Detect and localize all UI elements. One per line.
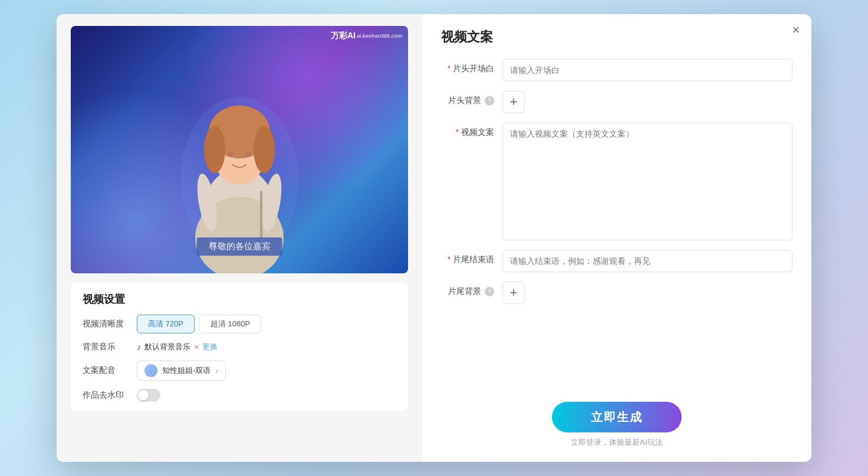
opening-row: 片头开场白 [441,59,793,81]
music-icon: ♪ [137,342,141,352]
opening-input[interactable] [502,59,793,81]
modal: × 万彩AI ai.keehan365.com [57,14,811,462]
voice-selector[interactable]: 知性姐姐-双语 › [137,361,226,381]
svg-point-8 [228,152,234,157]
header-bg-label: 片头背景 ? [441,91,494,106]
quality-1080p-button[interactable]: 超清 1080P [199,315,261,333]
toggle-knob [138,390,149,401]
header-bg-row: 片头背景 ? + [441,91,793,113]
watermark-label: 作品去水印 [83,390,130,401]
chevron-right-icon: › [215,366,218,375]
watermark-logo: 万彩AI [331,31,356,41]
svg-point-7 [254,126,275,173]
script-textarea[interactable] [502,123,793,240]
close-button[interactable]: × [792,24,800,37]
music-label: 背景音乐 [83,342,130,352]
watermark-subtext: ai.keehan365.com [357,33,402,39]
right-panel: 视频文案 片头开场白 片头背景 ? + 视频文案 [422,14,811,462]
ending-bg-row: 片尾背景 ? + [441,282,793,304]
video-preview: 万彩AI ai.keehan365.com [71,26,408,273]
header-bg-upload-button[interactable]: + [502,91,525,113]
music-change-button[interactable]: 更换 [202,342,218,352]
quality-row: 视频清晰度 高清 720P 超清 1080P [83,315,396,333]
watermark-toggle[interactable] [137,389,160,402]
video-subtitle: 尊敬的各位嘉宾 [197,237,282,256]
music-remove-button[interactable]: × [194,342,199,352]
svg-point-6 [204,126,225,173]
script-row: 视频文案 [441,123,793,240]
ending-input[interactable] [502,250,793,272]
modal-overlay: × 万彩AI ai.keehan365.com [0,0,868,476]
settings-title: 视频设置 [83,292,396,306]
voice-label: 文案配音 [83,365,130,376]
voice-row: 文案配音 知性姐姐-双语 › [83,361,396,381]
generate-hint: 立即登录，体验最新AI玩法 [571,437,662,448]
ending-help-icon[interactable]: ? [485,287,494,296]
voice-name: 知性姐姐-双语 [162,365,211,376]
music-name: 默认背景音乐 [144,342,190,352]
quality-buttons: 高清 720P 超清 1080P [137,315,261,333]
ending-label: 片尾结束语 [441,250,494,265]
script-label: 视频文案 [441,123,494,138]
ending-bg-upload-button[interactable]: + [502,282,525,304]
opening-label: 片头开场白 [441,59,494,74]
music-row: 背景音乐 ♪ 默认背景音乐 × 更换 [83,342,396,352]
generate-section: 立即生成 立即登录，体验最新AI玩法 [441,390,793,448]
left-panel: 万彩AI ai.keehan365.com [57,14,422,462]
quality-label: 视频清晰度 [83,319,130,329]
quality-720p-button[interactable]: 高清 720P [137,315,195,333]
settings-section: 视频设置 视频清晰度 高清 720P 超清 1080P 背景音乐 ♪ 默认背景音… [71,283,408,411]
right-panel-title: 视频文案 [441,28,793,46]
voice-avatar [144,364,157,377]
music-info: ♪ 默认背景音乐 × 更换 [137,342,218,352]
watermark: 万彩AI ai.keehan365.com [331,31,402,41]
ending-bg-label: 片尾背景 ? [441,282,494,297]
svg-point-9 [245,152,251,157]
ending-row: 片尾结束语 [441,250,793,272]
help-icon[interactable]: ? [485,96,494,105]
watermark-row: 作品去水印 [83,389,396,402]
svg-rect-12 [260,191,262,238]
form-section: 片头开场白 片头背景 ? + 视频文案 [441,59,793,304]
generate-button[interactable]: 立即生成 [552,402,682,432]
